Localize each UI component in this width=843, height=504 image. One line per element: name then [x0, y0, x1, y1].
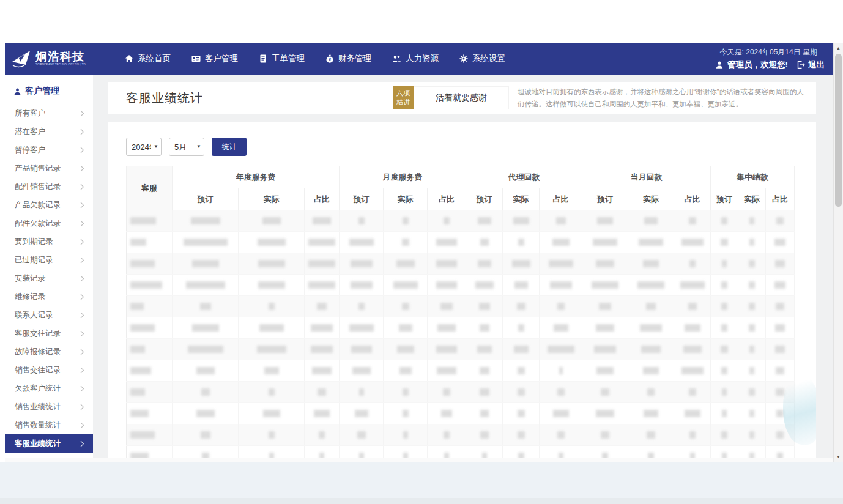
sidebar-item-9[interactable]: 已过期记录 — [5, 251, 93, 269]
redacted-value — [689, 260, 696, 267]
sidebar-item-17[interactable]: 销售业绩统计 — [5, 398, 93, 416]
table-cell — [305, 446, 340, 458]
badge-line1: 六项 — [396, 89, 410, 98]
table-row — [127, 317, 795, 339]
table-cell — [738, 253, 766, 275]
redacted-value — [319, 431, 325, 439]
nav-item-1[interactable]: 系统首页 — [117, 48, 178, 69]
svg-text:¥: ¥ — [329, 57, 331, 62]
table-cell — [384, 424, 428, 446]
sidebar-item-8[interactable]: 要到期记录 — [5, 232, 93, 251]
filter-bar: 2024年 ▼ 5月 ▼ 统计 — [126, 138, 798, 156]
nav-item-5[interactable]: 人力资源 — [385, 48, 446, 69]
sidebar-item-12[interactable]: 联系人记录 — [5, 306, 93, 324]
redacted-value — [201, 431, 210, 439]
statistics-panel: 2024年 ▼ 5月 ▼ 统计 客服年度服务费月度服务费代理回款当月回款集中结款… — [108, 122, 816, 458]
scroll-up-arrow-icon[interactable]: ▲ — [834, 43, 843, 53]
month-select[interactable]: 5月 — [169, 138, 204, 156]
logout-button[interactable]: 退出 — [797, 59, 825, 70]
table-cell — [711, 424, 738, 446]
table-cell — [428, 446, 466, 458]
sidebar-item-5[interactable]: 配件销售记录 — [5, 177, 93, 196]
table-cell — [540, 360, 582, 382]
horizontal-scrollbar[interactable] — [5, 458, 833, 462]
sidebar-item-15[interactable]: 销售交往记录 — [5, 361, 93, 379]
sidebar-item-1[interactable]: 所有客户 — [5, 104, 93, 122]
table-cell — [674, 360, 711, 382]
nav-item-3[interactable]: 工单管理 — [251, 48, 312, 69]
statistics-button[interactable]: 统计 — [212, 138, 247, 156]
table-cell — [466, 382, 503, 403]
redacted-value — [396, 260, 415, 267]
redacted-value — [478, 260, 491, 267]
table-cell — [738, 424, 766, 446]
table-cell — [173, 296, 239, 317]
redacted-value — [774, 281, 785, 289]
sidebar-item-18[interactable]: 销售数量统计 — [5, 416, 93, 434]
table-cell — [738, 296, 766, 317]
sidebar-item-3[interactable]: 暂停客户 — [5, 141, 93, 159]
table-cell — [305, 360, 340, 382]
table-cell — [384, 275, 428, 296]
sidebar-item-6[interactable]: 产品欠款记录 — [5, 196, 93, 214]
users-icon — [392, 54, 401, 63]
sidebar-item-label: 已过期记录 — [15, 255, 53, 265]
col-sub-2-2: 实际 — [384, 188, 428, 210]
redacted-value — [188, 346, 223, 353]
redacted-value — [130, 410, 149, 417]
table-cell — [540, 339, 582, 360]
col-sub-1-3: 占比 — [305, 188, 340, 210]
table-cell — [738, 382, 766, 403]
nav-item-6[interactable]: 系统设置 — [452, 48, 513, 69]
redacted-value — [308, 260, 335, 267]
table-cell — [582, 446, 628, 458]
sidebar-item-2[interactable]: 潜在客户 — [5, 122, 93, 141]
col-sub-3-1: 预订 — [466, 188, 503, 210]
redacted-value — [399, 324, 412, 332]
sidebar-item-label: 配件欠款记录 — [15, 218, 61, 229]
year-select[interactable]: 2024年 — [126, 138, 162, 156]
redacted-value — [721, 346, 728, 353]
scroll-down-arrow-icon[interactable]: ▼ — [834, 452, 843, 461]
redacted-value — [349, 239, 374, 246]
table-cell — [503, 317, 540, 339]
redacted-value — [518, 388, 525, 396]
col-sub-3-3: 占比 — [540, 188, 582, 210]
sidebar-item-10[interactable]: 安装记录 — [5, 269, 93, 287]
sidebar-item-4[interactable]: 产品销售记录 — [5, 159, 93, 177]
table-cell — [384, 382, 428, 403]
table-cell — [305, 296, 340, 317]
table-cell — [127, 446, 173, 458]
redacted-value — [186, 281, 225, 289]
redacted-value — [689, 431, 696, 439]
table-cell — [239, 403, 305, 424]
sidebar-item-14[interactable]: 故障报修记录 — [5, 343, 93, 361]
sidebar-item-11[interactable]: 维修记录 — [5, 287, 93, 306]
redacted-value — [440, 303, 453, 310]
sidebar-item-13[interactable]: 客服交往记录 — [5, 324, 93, 343]
redacted-value — [258, 239, 286, 246]
sidebar-item-16[interactable]: 欠款客户统计 — [5, 379, 93, 398]
table-cell — [428, 424, 466, 446]
nav-item-label: 系统首页 — [138, 53, 171, 64]
sidebar-item-19[interactable]: 客服业绩统计 — [5, 434, 93, 453]
nav-item-4[interactable]: ¥财务管理 — [318, 48, 379, 69]
redacted-value — [749, 431, 754, 439]
table-cell — [466, 446, 503, 458]
sidebar-menu-list: 所有客户潜在客户暂停客户产品销售记录配件销售记录产品欠款记录配件欠款记录要到期记… — [5, 104, 93, 453]
redacted-value — [594, 346, 616, 353]
vertical-scrollbar[interactable]: ▲ ▼ — [833, 43, 843, 462]
redacted-value — [201, 388, 210, 396]
table-cell — [540, 424, 582, 446]
redacted-value — [130, 281, 162, 289]
redacted-value — [602, 453, 608, 458]
table-cell — [239, 296, 305, 317]
redacted-value — [403, 217, 409, 224]
sidebar-item-7[interactable]: 配件欠款记录 — [5, 214, 93, 232]
table-cell — [674, 446, 711, 458]
redacted-value — [722, 410, 727, 417]
nav-item-2[interactable]: 客户管理 — [184, 48, 245, 69]
table-row — [127, 424, 795, 446]
table-cell — [766, 403, 795, 424]
scrollbar-thumb[interactable] — [835, 54, 842, 207]
